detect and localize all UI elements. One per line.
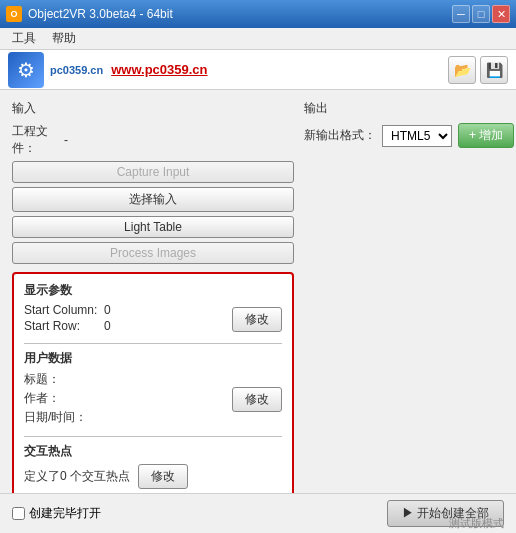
process-images-button[interactable]: Process Images (12, 242, 294, 264)
display-params-left: Start Column: 0 Start Row: 0 (24, 303, 224, 335)
bottom-bar: 创建完毕打开 ▶ 开始创建全部 测试版模式 (0, 493, 516, 533)
open-after-create-checkbox[interactable] (12, 507, 25, 520)
output-section-title: 输出 (304, 100, 504, 117)
start-row-row: Start Row: 0 (24, 319, 224, 333)
user-data-fields: 标题： 作者： 日期/时间： (24, 371, 224, 428)
window-controls: ─ □ ✕ (452, 5, 510, 23)
format-select[interactable]: HTML5 Flash QuickTime (382, 125, 452, 147)
start-column-label: Start Column: (24, 303, 104, 317)
hotspot-section: 交互热点 定义了0 个交互热点 修改 (24, 443, 282, 489)
menu-tools[interactable]: 工具 (4, 28, 44, 49)
user-data-modify-button[interactable]: 修改 (232, 387, 282, 412)
user-data-title: 用户数据 (24, 350, 282, 367)
toolbar-icons: 📂 💾 (448, 56, 508, 84)
app-logo: ⚙ (8, 52, 44, 88)
user-data-content: 标题： 作者： 日期/时间： 修改 (24, 371, 282, 428)
start-row-value: 0 (104, 319, 134, 333)
menu-help[interactable]: 帮助 (44, 28, 84, 49)
capture-input-button[interactable]: Capture Input (12, 161, 294, 183)
title-field-row: 标题： (24, 371, 224, 388)
start-row-label: Start Row: (24, 319, 104, 333)
toolbar-btn-1[interactable]: 📂 (448, 56, 476, 84)
format-row: 新输出格式： HTML5 Flash QuickTime +增加 (304, 123, 504, 148)
project-file-row: 工程文件： - (12, 123, 294, 157)
date-field-row: 日期/时间： (24, 409, 224, 426)
maximize-button[interactable]: □ (472, 5, 490, 23)
close-button[interactable]: ✕ (492, 5, 510, 23)
right-panel: 输出 新输出格式： HTML5 Flash QuickTime +增加 (304, 100, 504, 499)
window-title: Object2VR 3.0beta4 - 64bit (28, 7, 452, 21)
logobar: ⚙ pc0359.cn www.pc0359.cn 📂 💾 (0, 50, 516, 90)
format-label: 新输出格式： (304, 127, 376, 144)
display-params-modify-button[interactable]: 修改 (232, 307, 282, 332)
output-section: 输出 新输出格式： HTML5 Flash QuickTime +增加 (304, 100, 504, 148)
project-file-label: 工程文件： (12, 123, 64, 157)
author-field-row: 作者： (24, 390, 224, 407)
start-column-row: Start Column: 0 (24, 303, 224, 317)
left-panel: 输入 工程文件： - Capture Input 选择输入 Light Tabl… (12, 100, 294, 499)
open-after-create-row: 创建完毕打开 (12, 505, 101, 522)
logo-domain: pc0359.cn (50, 64, 103, 76)
menubar: 工具 帮助 (0, 28, 516, 50)
titlebar: O Object2VR 3.0beta4 - 64bit ─ □ ✕ (0, 0, 516, 28)
select-input-button[interactable]: 选择输入 (12, 187, 294, 212)
main-content: 输入 工程文件： - Capture Input 选择输入 Light Tabl… (0, 90, 516, 509)
logo-url[interactable]: www.pc0359.cn (111, 62, 207, 77)
input-buttons: Capture Input 选择输入 Light Table Process I… (12, 161, 294, 264)
open-after-create-label: 创建完毕打开 (29, 505, 101, 522)
light-table-button[interactable]: Light Table (12, 216, 294, 238)
hotspot-title: 交互热点 (24, 443, 282, 460)
status-text: 测试版模式 (449, 516, 504, 533)
start-column-value: 0 (104, 303, 134, 317)
hotspot-description: 定义了0 个交互热点 (24, 468, 130, 485)
bottom-left: 创建完毕打开 (12, 505, 101, 522)
toolbar-btn-2[interactable]: 💾 (480, 56, 508, 84)
highlight-section: 显示参数 Start Column: 0 Start Row: 0 修改 (12, 272, 294, 499)
hotspot-modify-button[interactable]: 修改 (138, 464, 188, 489)
minimize-button[interactable]: ─ (452, 5, 470, 23)
input-section-title: 输入 (12, 100, 294, 117)
display-params-title: 显示参数 (24, 282, 282, 299)
display-params-section: 显示参数 Start Column: 0 Start Row: 0 修改 (24, 282, 282, 335)
add-output-button[interactable]: +增加 (458, 123, 514, 148)
app-icon: O (6, 6, 22, 22)
display-params-content: Start Column: 0 Start Row: 0 修改 (24, 303, 282, 335)
project-file-value: - (64, 133, 294, 147)
user-data-section: 用户数据 标题： 作者： 日期/时间： 修改 (24, 350, 282, 428)
hotspot-content: 定义了0 个交互热点 修改 (24, 464, 282, 489)
